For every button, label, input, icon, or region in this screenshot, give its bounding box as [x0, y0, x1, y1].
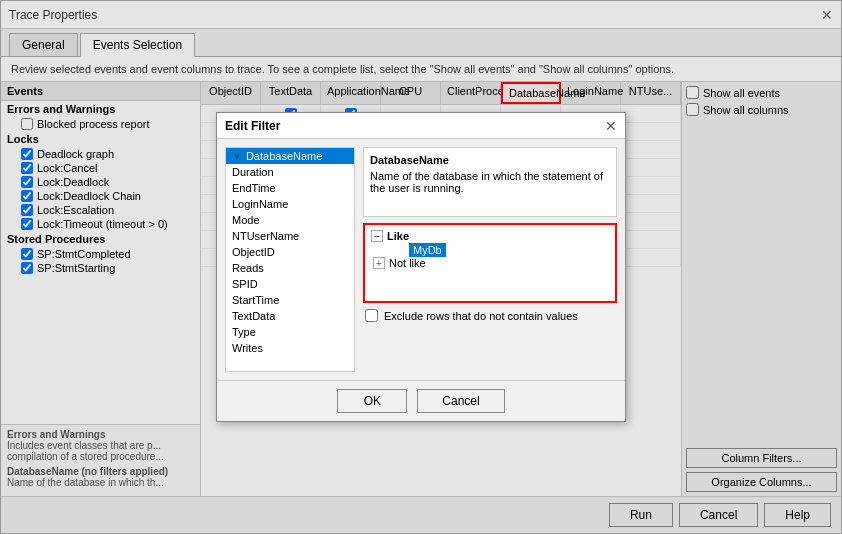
modal-title-bar: Edit Filter ✕: [217, 113, 625, 139]
main-window: Trace Properties ✕ General Events Select…: [0, 0, 842, 534]
list-item-databasename[interactable]: ▼ DatabaseName: [226, 148, 354, 164]
modal-right-panel: DatabaseName Name of the database in whi…: [363, 147, 617, 372]
filter-like-row: − Like: [369, 229, 611, 243]
list-item-textdata[interactable]: TextData: [226, 308, 354, 324]
list-item-type[interactable]: Type: [226, 324, 354, 340]
list-item-reads[interactable]: Reads: [226, 260, 354, 276]
modal-close-button[interactable]: ✕: [605, 118, 617, 134]
filter-like-value-row: MyDb: [389, 243, 611, 257]
exclude-label: Exclude rows that do not contain values: [384, 310, 578, 322]
modal-exclude-row: Exclude rows that do not contain values: [363, 309, 617, 322]
modal-title: Edit Filter: [225, 119, 280, 133]
list-item-loginname[interactable]: LoginName: [226, 196, 354, 212]
list-item-writes[interactable]: Writes: [226, 340, 354, 356]
filter-not-like-row: + Not like: [373, 257, 611, 269]
modal-footer: OK Cancel: [217, 380, 625, 421]
modal-desc-text: Name of the database in which the statem…: [370, 170, 610, 194]
modal-description-box: DatabaseName Name of the database in whi…: [363, 147, 617, 217]
edit-filter-modal: Edit Filter ✕ ▼ DatabaseName Duration En…: [216, 112, 626, 422]
modal-filter-tree: − Like MyDb + Not like: [363, 223, 617, 303]
modal-desc-title: DatabaseName: [370, 154, 610, 166]
like-label: Like: [387, 230, 409, 242]
filter-icon: ▼: [232, 151, 242, 162]
list-item-endtime[interactable]: EndTime: [226, 180, 354, 196]
list-item-mode[interactable]: Mode: [226, 212, 354, 228]
list-item-ntusername[interactable]: NTUserName: [226, 228, 354, 244]
modal-body: ▼ DatabaseName Duration EndTime LoginNam…: [217, 139, 625, 380]
modal-filter-list: ▼ DatabaseName Duration EndTime LoginNam…: [225, 147, 355, 372]
modal-overlay: Edit Filter ✕ ▼ DatabaseName Duration En…: [1, 1, 841, 533]
list-item-starttime[interactable]: StartTime: [226, 292, 354, 308]
list-item-spid[interactable]: SPID: [226, 276, 354, 292]
modal-filter-list-panel: ▼ DatabaseName Duration EndTime LoginNam…: [225, 147, 355, 372]
exclude-checkbox[interactable]: [365, 309, 378, 322]
list-item-duration[interactable]: Duration: [226, 164, 354, 180]
like-expand-btn[interactable]: −: [371, 230, 383, 242]
filter-like-value[interactable]: MyDb: [409, 243, 446, 257]
list-item-objectid[interactable]: ObjectID: [226, 244, 354, 260]
modal-ok-button[interactable]: OK: [337, 389, 407, 413]
not-like-label: Not like: [389, 257, 426, 269]
filter-list-label: DatabaseName: [246, 150, 322, 162]
modal-cancel-button[interactable]: Cancel: [417, 389, 504, 413]
not-like-expand-btn[interactable]: +: [373, 257, 385, 269]
